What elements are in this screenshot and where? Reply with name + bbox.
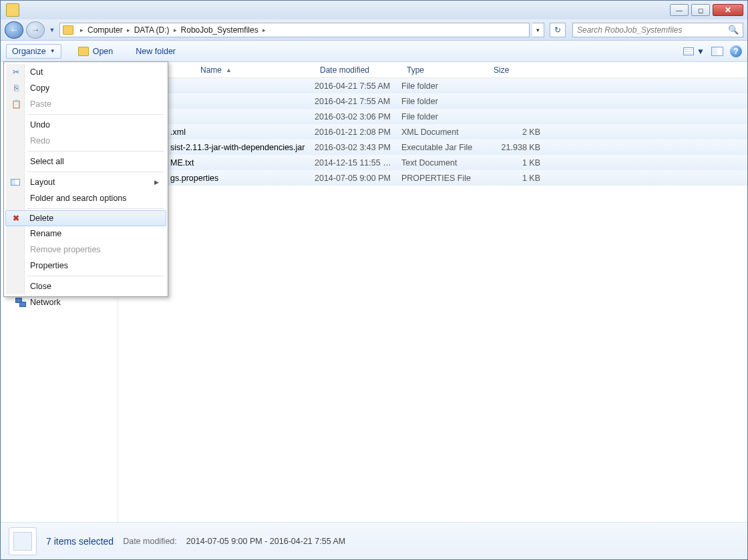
menu-item-rename[interactable]: Rename — [6, 226, 166, 242]
details-date-value: 2014-07-05 9:00 PM - 2016-04-21 7:55 AM — [186, 537, 345, 546]
back-icon: ← — [10, 25, 19, 35]
column-header-date[interactable]: Date modified — [315, 62, 401, 77]
help-button[interactable]: ? — [730, 45, 742, 57]
search-icon: 🔍 — [728, 25, 739, 35]
cell-date: 2016-03-02 3:43 PM — [315, 143, 401, 152]
menu-label: Rename — [30, 229, 61, 238]
chevron-down-icon: ▼ — [50, 48, 55, 54]
new-folder-button[interactable]: New folder — [130, 44, 182, 59]
minimize-button[interactable]: — — [670, 4, 689, 16]
menu-item-cut[interactable]: ✂ Cut — [6, 64, 166, 80]
menu-separator — [27, 172, 164, 172]
menu-label: Remove properties — [30, 245, 101, 254]
back-button[interactable]: ← — [5, 21, 23, 39]
sort-ascending-icon: ▲ — [226, 67, 232, 73]
refresh-icon: ↻ — [554, 25, 561, 35]
cell-type: File folder — [401, 97, 488, 106]
menu-label: Delete — [29, 214, 53, 223]
details-date-label: Date modified: — [123, 537, 177, 546]
cell-date: 2016-03-02 3:06 PM — [315, 112, 401, 121]
menu-item-delete[interactable]: ✖ Delete — [5, 210, 166, 226]
cell-type: File folder — [401, 112, 488, 121]
title-bar: — ◻ ✕ — [1, 1, 747, 19]
cell-type: Executable Jar File — [401, 143, 488, 152]
menu-label: Layout — [30, 178, 55, 187]
view-icon — [683, 47, 694, 55]
close-button[interactable]: ✕ — [713, 4, 743, 16]
menu-item-redo: Redo — [6, 133, 166, 149]
menu-item-remove-properties: Remove properties — [6, 242, 166, 258]
refresh-button[interactable]: ↻ — [550, 23, 566, 37]
open-button[interactable]: Open — [72, 44, 120, 59]
help-icon: ? — [733, 47, 738, 56]
cell-size: 2 KB — [488, 127, 546, 137]
search-input[interactable]: Search RoboJob_Systemfiles 🔍 — [572, 23, 743, 37]
menu-label: Folder and search options — [30, 194, 127, 203]
file-row[interactable]: ME.txt 2014-12-15 11:55 … Text Document … — [118, 155, 747, 170]
column-label: Date modified — [320, 65, 369, 75]
file-row[interactable]: 2016-04-21 7:55 AM File folder — [118, 93, 747, 109]
nav-item-label: Network — [30, 298, 61, 307]
forward-icon: → — [31, 25, 40, 35]
organize-button[interactable]: Organize ▼ — [6, 44, 61, 59]
view-button[interactable]: ▼ — [683, 47, 705, 56]
menu-label: Paste — [30, 99, 51, 109]
details-pane: 7 items selected Date modified: 2014-07-… — [1, 522, 747, 559]
explorer-window: — ◻ ✕ ← → ▼ ▸ Computer ▸ DATA (D:) ▸ Rob… — [0, 0, 748, 560]
menu-label: Select all — [30, 157, 64, 166]
command-bar: Organize ▼ Open New folder ▼ ? — [1, 41, 747, 62]
open-label: Open — [93, 47, 114, 56]
delete-icon: ✖ — [11, 213, 21, 224]
preview-pane-button[interactable] — [711, 47, 723, 56]
file-row[interactable]: sist-2.11.3-jar-with-dependencies.jar 20… — [118, 139, 747, 155]
address-bar[interactable]: ▸ Computer ▸ DATA (D:) ▸ RoboJob_Systemf… — [59, 23, 530, 37]
copy-icon: ⎘ — [11, 83, 21, 93]
chevron-icon: ▸ — [77, 27, 86, 33]
column-label: Size — [494, 65, 509, 75]
search-placeholder: Search RoboJob_Systemfiles — [577, 25, 682, 35]
breadcrumb-folder[interactable]: RoboJob_Systemfiles — [181, 25, 258, 35]
column-header-size[interactable]: Size — [488, 62, 546, 77]
menu-item-select-all[interactable]: Select all — [6, 154, 166, 170]
forward-button[interactable]: → — [26, 21, 45, 39]
organize-menu: ✂ Cut ⎘ Copy 📋 Paste Undo Redo Select al… — [3, 61, 168, 297]
file-row[interactable]: 2016-04-21 7:55 AM File folder — [118, 78, 747, 93]
menu-item-copy[interactable]: ⎘ Copy — [6, 80, 166, 96]
menu-separator — [27, 114, 164, 115]
column-header-type[interactable]: Type — [401, 62, 488, 77]
file-row[interactable]: 2016-03-02 3:06 PM File folder — [118, 109, 747, 124]
nav-item-network[interactable]: Network — [1, 296, 118, 309]
cell-size: 1 KB — [488, 158, 546, 168]
maximize-icon: ◻ — [698, 7, 703, 14]
menu-item-close[interactable]: Close — [6, 278, 166, 294]
breadcrumb-computer[interactable]: Computer — [87, 25, 123, 35]
menu-item-paste: 📋 Paste — [6, 96, 166, 112]
column-label: Type — [407, 65, 424, 75]
network-icon — [15, 298, 26, 307]
cell-type: Text Document — [401, 158, 488, 168]
cell-size: 1 KB — [488, 174, 546, 183]
chevron-icon: ▸ — [260, 27, 268, 33]
clipboard-icon: 📋 — [11, 99, 21, 109]
menu-label: Redo — [30, 136, 50, 146]
command-bar-right: ▼ ? — [683, 45, 742, 57]
menu-item-properties[interactable]: Properties — [6, 258, 166, 274]
file-row[interactable]: .xml 2016-01-21 2:08 PM XML Document 2 K… — [118, 124, 747, 139]
cell-date: 2014-12-15 11:55 … — [315, 158, 401, 168]
history-dropdown[interactable]: ▼ — [47, 21, 57, 39]
cell-date: 2016-04-21 7:55 AM — [315, 81, 401, 91]
menu-item-undo[interactable]: Undo — [6, 117, 166, 133]
column-headers: Name ▲ Date modified Type Size — [118, 62, 747, 78]
selection-icon — [9, 527, 37, 555]
menu-item-layout[interactable]: Layout ▶ — [6, 174, 166, 190]
address-dropdown[interactable]: ▾ — [532, 23, 544, 37]
cell-type: File folder — [401, 81, 488, 91]
chevron-down-icon: ▼ — [697, 47, 705, 56]
file-row[interactable]: gs.properties 2014-07-05 9:00 PM PROPERT… — [118, 170, 747, 186]
folder-open-icon — [78, 47, 89, 56]
cell-size: 21.938 KB — [488, 143, 546, 152]
maximize-button[interactable]: ◻ — [691, 4, 710, 16]
menu-item-folder-options[interactable]: Folder and search options — [6, 190, 166, 206]
breadcrumb-drive[interactable]: DATA (D:) — [134, 25, 170, 35]
window-icon — [6, 3, 19, 17]
